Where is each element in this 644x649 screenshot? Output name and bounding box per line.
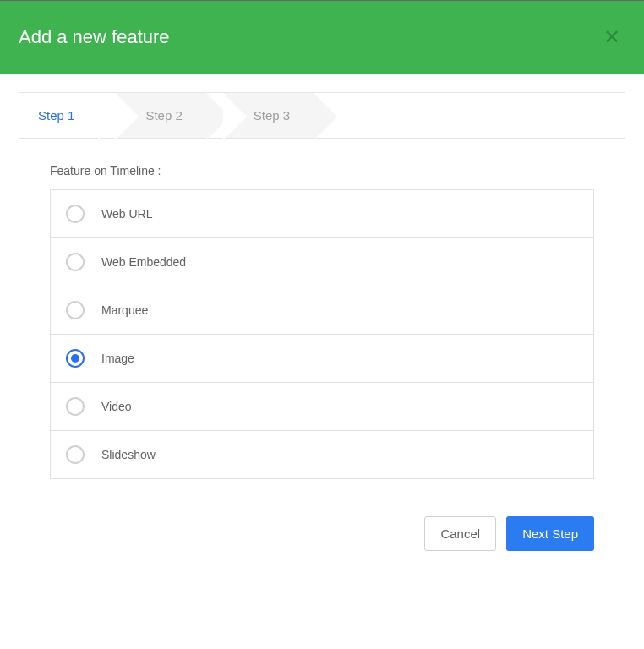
next-step-button[interactable]: Next Step bbox=[506, 516, 594, 551]
option-label: Video bbox=[101, 400, 132, 413]
button-row: Cancel Next Step bbox=[19, 498, 625, 575]
modal-body-wrapper: Step 1 Step 2 Step 3 Feature on Timeline… bbox=[0, 74, 644, 594]
radio-icon bbox=[66, 445, 85, 464]
step-label: Step 2 bbox=[145, 108, 182, 123]
step-label: Step 3 bbox=[254, 108, 290, 123]
option-video[interactable]: Video bbox=[51, 383, 593, 431]
wizard-steps: Step 1 Step 2 Step 3 bbox=[19, 93, 625, 139]
option-label: Slideshow bbox=[101, 448, 156, 461]
modal-box: Step 1 Step 2 Step 3 Feature on Timeline… bbox=[19, 92, 625, 575]
modal-title: Add a new feature bbox=[19, 26, 170, 48]
cancel-button[interactable]: Cancel bbox=[424, 516, 496, 551]
form-area: Feature on Timeline : Web URL Web Embedd… bbox=[19, 139, 625, 498]
option-label: Marquee bbox=[101, 303, 148, 317]
feature-options-list: Web URL Web Embedded Marquee Image Video bbox=[50, 189, 594, 479]
wizard-step-2[interactable]: Step 2 bbox=[115, 93, 205, 138]
close-icon[interactable]: ✕ bbox=[598, 27, 625, 47]
radio-icon bbox=[66, 301, 85, 319]
option-web-embedded[interactable]: Web Embedded bbox=[51, 238, 593, 286]
radio-icon bbox=[66, 397, 85, 416]
radio-icon bbox=[66, 253, 85, 271]
option-slideshow[interactable]: Slideshow bbox=[51, 431, 593, 478]
option-label: Web Embedded bbox=[101, 255, 186, 269]
option-marquee[interactable]: Marquee bbox=[51, 286, 593, 335]
section-label: Feature on Timeline : bbox=[50, 164, 594, 177]
option-web-url[interactable]: Web URL bbox=[51, 190, 593, 238]
option-label: Web URL bbox=[101, 207, 152, 221]
step-label: Step 1 bbox=[38, 108, 74, 123]
radio-icon bbox=[66, 349, 85, 368]
modal-header: Add a new feature ✕ bbox=[0, 0, 644, 74]
wizard-step-1[interactable]: Step 1 bbox=[19, 93, 98, 138]
wizard-step-3[interactable]: Step 3 bbox=[223, 93, 314, 138]
radio-icon bbox=[66, 205, 85, 223]
option-label: Image bbox=[101, 352, 134, 365]
option-image[interactable]: Image bbox=[51, 335, 593, 383]
